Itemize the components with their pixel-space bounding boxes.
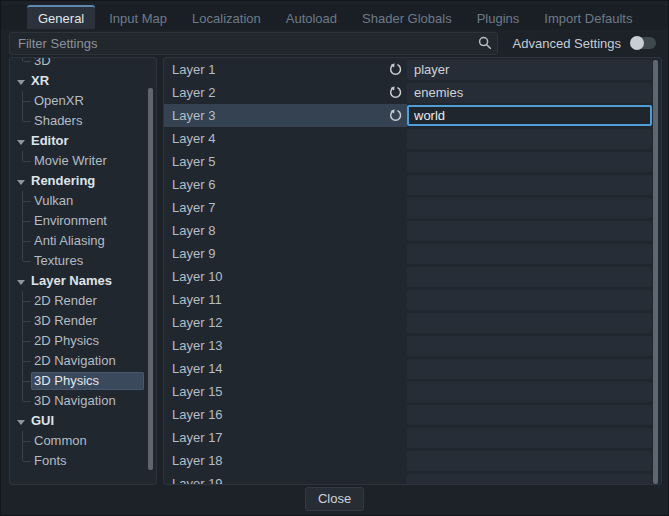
toggle-knob-icon: [630, 36, 644, 50]
sidebar-item-3d[interactable]: 3D: [10, 57, 156, 71]
layer-rows: Layer 1playerLayer 2enemiesLayer 3Layer …: [164, 58, 661, 485]
filter-row: Advanced Settings: [1, 31, 668, 55]
sidebar-item-3d-render[interactable]: 3D Render: [10, 311, 156, 331]
tree-branch-line: [15, 291, 31, 311]
sidebar-item-fonts[interactable]: Fonts: [10, 451, 156, 471]
layer-row-layer-1: Layer 1player: [164, 58, 661, 81]
property-label: Layer 6: [164, 177, 407, 192]
sidebar-category-label: Rendering: [28, 172, 99, 190]
sidebar-item-layer-names[interactable]: Layer Names: [10, 271, 156, 291]
sidebar-item-label: 3D Render: [31, 312, 144, 330]
property-label: Layer 8: [164, 223, 407, 238]
sidebar-item-2d-render[interactable]: 2D Render: [10, 291, 156, 311]
layer-row-layer-18: Layer 18: [164, 449, 661, 472]
property-label-cell[interactable]: Layer 18: [164, 449, 407, 472]
property-label-cell[interactable]: Layer 11: [164, 288, 407, 311]
sidebar-item-common[interactable]: Common: [10, 431, 156, 451]
revert-icon[interactable]: [389, 86, 402, 99]
property-label: Layer 15: [164, 384, 407, 399]
sidebar-item-3d-physics[interactable]: 3D Physics: [10, 371, 156, 391]
property-label-cell[interactable]: Layer 1: [164, 58, 407, 81]
layer-value-input[interactable]: [407, 105, 652, 126]
sidebar-item-anti-aliasing[interactable]: Anti Aliasing: [10, 231, 156, 251]
tab-localization[interactable]: Localization: [181, 5, 272, 29]
sidebar-item-openxr[interactable]: OpenXR: [10, 91, 156, 111]
layer-value-field[interactable]: [407, 198, 652, 218]
advanced-settings-label: Advanced Settings: [513, 36, 621, 51]
tree-branch-line: [15, 251, 31, 271]
tab-input-map[interactable]: Input Map: [98, 5, 178, 29]
advanced-settings-toggle[interactable]: [630, 37, 656, 49]
layer-value-field[interactable]: [407, 313, 652, 333]
sidebar-item-editor[interactable]: Editor: [10, 131, 156, 151]
chevron-down-icon: [17, 80, 25, 85]
close-button[interactable]: Close: [305, 487, 364, 511]
property-label-cell[interactable]: Layer 13: [164, 334, 407, 357]
property-label-cell[interactable]: Layer 16: [164, 403, 407, 426]
property-label: Layer 17: [164, 430, 407, 445]
property-label: Layer 12: [164, 315, 407, 330]
tab-import-defaults[interactable]: Import Defaults: [533, 5, 643, 29]
layer-value-field[interactable]: [407, 129, 652, 149]
layer-value-field[interactable]: [407, 175, 652, 195]
property-label-cell[interactable]: Layer 6: [164, 173, 407, 196]
sidebar-item-xr[interactable]: XR: [10, 71, 156, 91]
sidebar-item-label: Fonts: [31, 452, 144, 470]
property-label-cell[interactable]: Layer 17: [164, 426, 407, 449]
revert-icon[interactable]: [389, 109, 402, 122]
sidebar-item-label: Vulkan: [31, 192, 144, 210]
tab-bar: GeneralInput MapLocalizationAutoloadShad…: [1, 5, 668, 29]
sidebar-item-vulkan[interactable]: Vulkan: [10, 191, 156, 211]
sidebar-item-2d-navigation[interactable]: 2D Navigation: [10, 351, 156, 371]
layer-value-field[interactable]: [407, 359, 652, 379]
tab-general[interactable]: General: [27, 5, 95, 29]
sidebar-category-label: Layer Names: [28, 272, 116, 290]
sidebar-item-label: 3D Physics: [31, 372, 144, 390]
revert-icon[interactable]: [389, 63, 402, 76]
property-label-cell[interactable]: Layer 14: [164, 357, 407, 380]
layers-scrollbar[interactable]: [653, 60, 658, 484]
property-label-cell[interactable]: Layer 5: [164, 150, 407, 173]
sidebar-category-label: Editor: [28, 132, 73, 150]
property-label-cell[interactable]: Layer 10: [164, 265, 407, 288]
layer-value-field[interactable]: [407, 382, 652, 402]
sidebar-item-rendering[interactable]: Rendering: [10, 171, 156, 191]
tab-plugins[interactable]: Plugins: [466, 5, 531, 29]
property-label-cell[interactable]: Layer 2: [164, 81, 407, 104]
filter-settings-input[interactable]: [9, 32, 498, 55]
tab-shader-globals[interactable]: Shader Globals: [351, 5, 463, 29]
property-label-cell[interactable]: Layer 12: [164, 311, 407, 334]
chevron-down-icon: [17, 280, 25, 285]
sidebar-item-environment[interactable]: Environment: [10, 211, 156, 231]
sidebar-item-2d-physics[interactable]: 2D Physics: [10, 331, 156, 351]
tab-autoload[interactable]: Autoload: [275, 5, 348, 29]
sidebar-item-gui[interactable]: GUI: [10, 411, 156, 431]
property-label-cell[interactable]: Layer 8: [164, 219, 407, 242]
property-label-cell[interactable]: Layer 3: [164, 104, 407, 127]
layer-value-field[interactable]: [407, 244, 652, 264]
sidebar-item-textures[interactable]: Textures: [10, 251, 156, 271]
layer-value-field[interactable]: enemies: [407, 83, 652, 103]
sidebar-item-shaders[interactable]: Shaders: [10, 111, 156, 131]
tree-branch-line: [15, 57, 31, 71]
layer-value-field[interactable]: [407, 428, 652, 448]
property-label-cell[interactable]: Layer 7: [164, 196, 407, 219]
sidebar-scrollbar[interactable]: [148, 88, 153, 470]
layer-value-field[interactable]: [407, 221, 652, 241]
sidebar-item-movie-writer[interactable]: Movie Writer: [10, 151, 156, 171]
sidebar-item-3d-navigation[interactable]: 3D Navigation: [10, 391, 156, 411]
layer-value-field[interactable]: [407, 405, 652, 425]
layer-value-field[interactable]: [407, 451, 652, 471]
property-label-cell[interactable]: Layer 9: [164, 242, 407, 265]
sidebar-item-label: Shaders: [31, 112, 144, 130]
property-label-cell[interactable]: Layer 4: [164, 127, 407, 150]
layer-row-layer-13: Layer 13: [164, 334, 661, 357]
property-label-cell[interactable]: Layer 15: [164, 380, 407, 403]
layer-value-field[interactable]: [407, 152, 652, 172]
layer-value-field[interactable]: player: [407, 60, 652, 80]
property-label: Layer 7: [164, 200, 407, 215]
layer-value-field[interactable]: [407, 290, 652, 310]
chevron-down-icon: [17, 140, 25, 145]
layer-value-field[interactable]: [407, 336, 652, 356]
layer-value-field[interactable]: [407, 267, 652, 287]
